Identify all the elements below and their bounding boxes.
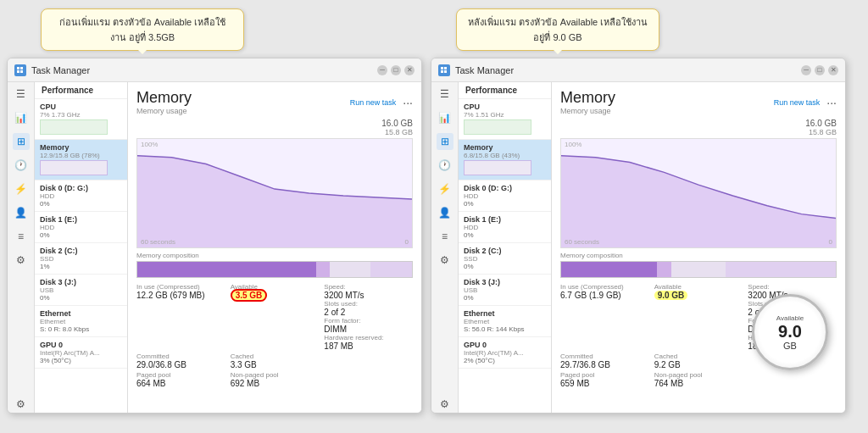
available-highlight-left: 3.5 GB (231, 289, 268, 302)
main-header-right: Memory Memory usage Run new task ··· (560, 89, 837, 115)
perf-header-left: Performance (35, 82, 127, 99)
sidebar-perf-icon[interactable]: 📊 (13, 109, 30, 126)
proc-disk3-right[interactable]: Disk 3 (J:) USB 0% (459, 275, 551, 306)
proc-disk1-right[interactable]: Disk 1 (E:) HDD 0% (459, 212, 551, 243)
memory-chart-right: 100% 60 seconds 0 (560, 138, 837, 248)
window-controls-right[interactable]: ─ □ ✕ (801, 65, 838, 75)
sidebar-settings-icon[interactable]: ⚙ (13, 396, 30, 413)
magnifier-value: 9.0 (778, 322, 802, 341)
proc-disk2-right[interactable]: Disk 2 (C:) SSD 0% (459, 243, 551, 275)
sidebar-users-icon[interactable]: 👤 (13, 204, 30, 221)
mem-graph-right (464, 160, 531, 175)
stat-paged-left: Paged pool 664 MB (136, 371, 225, 388)
window-body-left: ☰ 📊 ⊞ 🕐 ⚡ 👤 ≡ ⚙ ⚙ Performance CPU 7% 1.7… (8, 82, 421, 413)
sidebar-services-icon[interactable]: ⚙ (13, 252, 30, 269)
stat-available-left: Available 3.5 GB (231, 283, 320, 351)
total-ram-right: 16.0 GB (805, 119, 837, 128)
minimize-btn-left[interactable]: ─ (377, 65, 387, 75)
run-task-btn-left[interactable]: Run new task (350, 98, 397, 107)
memory-title-right: Memory (560, 89, 615, 107)
stat-cached-right: Cached 9.2 GB (654, 353, 743, 369)
usage-gb-row-right: 15.8 GB (560, 128, 837, 136)
sidebar-services-icon-r[interactable]: ⚙ (437, 252, 453, 269)
sidebar-active-icon-r[interactable]: ⊞ (437, 133, 453, 150)
proc-eth-right[interactable]: Ethernet Ethernet S: 56.0 R: 144 Kbps (459, 306, 551, 337)
sidebar-active-icon[interactable]: ⊞ (13, 133, 30, 150)
magnifier-label: Available (776, 314, 804, 322)
memory-title-group-right: Memory Memory usage (560, 89, 615, 115)
proc-cpu-left[interactable]: CPU 7% 1.73 GHz (35, 99, 127, 140)
sidebar-menu-icon-r[interactable]: ☰ (437, 86, 453, 103)
minimize-btn-right[interactable]: ─ (801, 65, 811, 75)
proc-disk0-right[interactable]: Disk 0 (D: G:) HDD 0% (459, 180, 551, 212)
sidebar-startup-icon[interactable]: ⚡ (13, 180, 30, 197)
close-btn-right[interactable]: ✕ (828, 65, 838, 75)
svg-rect-2 (17, 70, 19, 73)
title-right: Task Manager (438, 64, 514, 76)
main-panel-right: Memory Memory usage Run new task ··· 16.… (552, 82, 845, 413)
mem-bar-modified-right (657, 262, 670, 277)
stats-grid-left: In use (Compressed) 12.2 GB (679 MB) Ava… (136, 283, 413, 388)
proc-eth-left[interactable]: Ethernet Ethernet S: 0 R: 8.0 Kbps (35, 306, 127, 337)
sidebar-menu-icon[interactable]: ☰ (13, 86, 30, 103)
mem-bar-used-right (561, 262, 657, 277)
sidebar-users-icon-r[interactable]: 👤 (437, 204, 453, 221)
sidebar-history-icon[interactable]: 🕐 (13, 157, 30, 174)
stat-available-right: Available 9.0 GB (654, 283, 743, 351)
mem-comp-label-left: Memory composition (136, 252, 413, 259)
sidebar-history-icon-r[interactable]: 🕐 (437, 157, 453, 174)
proc-disk3-left[interactable]: Disk 3 (J:) USB 0% (35, 275, 127, 306)
proc-gpu-left[interactable]: GPU 0 Intel(R) Arc(TM) A... 3% (50°C) (35, 337, 127, 369)
callout-after: หลังเพิ่มแรม ตรงหัวข้อ Available เหลือใช… (456, 8, 659, 51)
stat-speed-left: Speed: 3200 MT/s Slots used: 2 of 2 Form… (324, 283, 413, 351)
mem-bar-left (136, 261, 413, 278)
svg-rect-7 (444, 67, 447, 69)
close-btn-left[interactable]: ✕ (404, 65, 415, 75)
usage-gb-row-left: 15.8 GB (136, 128, 413, 136)
chart-label-tl-right: 100% (565, 141, 581, 148)
callout-after-text: หลังเพิ่มแรม ตรงหัวข้อ Available เหลือใช… (468, 17, 648, 42)
total-ram-row-right: 16.0 GB (560, 119, 837, 128)
total-ram-left: 16.0 GB (381, 119, 413, 128)
cpu-graph-right (464, 119, 531, 135)
stat-paged-right: Paged pool 659 MB (560, 371, 649, 388)
proc-disk1-left[interactable]: Disk 1 (E:) HDD 0% (35, 212, 127, 243)
sidebar-startup-icon-r[interactable]: ⚡ (437, 180, 453, 197)
sidebar-settings-icon-r[interactable]: ⚙ (437, 396, 453, 413)
titlebar-right: Task Manager ─ □ ✕ (431, 58, 845, 82)
tm-icon-right (438, 64, 450, 76)
proc-disk0-left[interactable]: Disk 0 (D: G:) HDD 0% (35, 180, 127, 212)
proc-cpu-right[interactable]: CPU 7% 1.51 GHz (459, 99, 551, 140)
svg-rect-8 (441, 70, 443, 73)
tm-icon-left (14, 64, 26, 76)
svg-rect-3 (20, 70, 23, 73)
memory-subtitle-right: Memory usage (560, 107, 615, 115)
svg-rect-6 (441, 67, 443, 69)
svg-rect-9 (444, 70, 447, 73)
sidebar-details-icon-r[interactable]: ≡ (437, 228, 453, 245)
proc-gpu-right[interactable]: GPU 0 Intel(R) Arc(TM) A... 2% (50°C) (459, 337, 551, 369)
process-panel-left: Performance CPU 7% 1.73 GHz Memory 12.9/… (35, 82, 128, 413)
chart-max-right: 0 (829, 238, 832, 246)
magnifier-circle: Available 9.0 GB (752, 294, 828, 370)
maximize-btn-right[interactable]: □ (815, 65, 825, 75)
window-controls-left[interactable]: ─ □ ✕ (377, 65, 415, 75)
chart-max-left: 0 (405, 238, 409, 246)
main-header-left: Memory Memory usage Run new task ··· (136, 89, 413, 115)
stat-inuse-right: In use (Compressed) 6.7 GB (1.9 GB) (560, 283, 649, 351)
sidebar-details-icon[interactable]: ≡ (13, 228, 30, 245)
proc-disk2-left[interactable]: Disk 2 (C:) SSD 1% (35, 243, 127, 275)
more-options-left[interactable]: ··· (403, 96, 413, 109)
sidebar-perf-icon-r[interactable]: 📊 (437, 109, 453, 126)
more-options-right[interactable]: ··· (826, 96, 837, 109)
window-title-left: Task Manager (31, 65, 90, 75)
proc-mem-left[interactable]: Memory 12.9/15.8 GB (78%) (35, 140, 127, 180)
mem-bar-used-left (137, 262, 316, 277)
maximize-btn-left[interactable]: □ (391, 65, 401, 75)
stat-inuse-left: In use (Compressed) 12.2 GB (679 MB) (136, 283, 225, 351)
chart-label-tl-left: 100% (141, 141, 158, 148)
mem-bar-modified-left (316, 262, 330, 277)
proc-mem-right[interactable]: Memory 6.8/15.8 GB (43%) (459, 140, 551, 180)
mem-comp-label-right: Memory composition (560, 252, 837, 259)
run-task-btn-right[interactable]: Run new task (774, 98, 821, 107)
